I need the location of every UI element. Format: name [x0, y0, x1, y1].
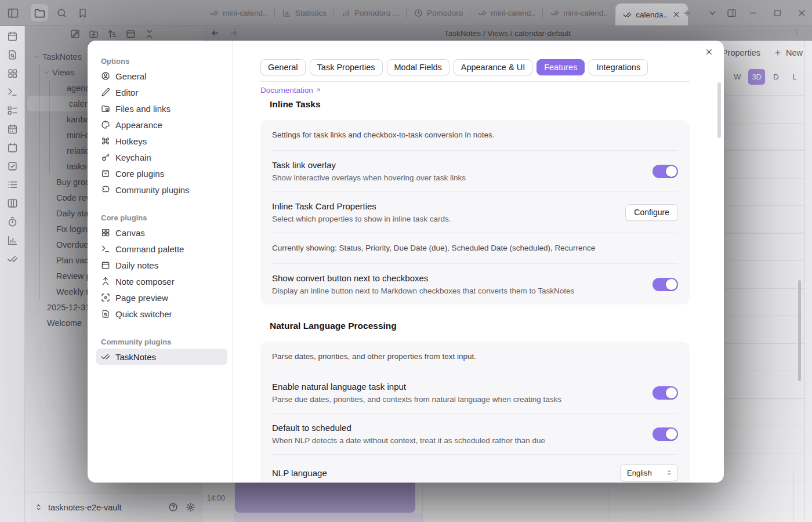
workspace-tab[interactable]: Pomodoro: [407, 0, 470, 26]
file-search-icon[interactable]: [7, 49, 18, 60]
settings-scrollbar[interactable]: [717, 82, 721, 138]
list-icon[interactable]: [7, 179, 18, 190]
settings-nav-item[interactable]: Appearance: [96, 117, 227, 133]
calendar-view-switcher: MW3DDL: [711, 69, 802, 85]
toggle-left-sidebar-icon[interactable]: [7, 7, 19, 19]
settings-nav-item[interactable]: Quick switcher: [96, 306, 227, 322]
settings-tab[interactable]: Appearance & UI: [454, 59, 532, 75]
close-tab-icon[interactable]: [672, 10, 680, 19]
check-square-icon[interactable]: [7, 161, 18, 172]
panel-top-icon[interactable]: [126, 29, 136, 39]
properties-button[interactable]: Properties: [722, 48, 760, 57]
file-name: Code rev: [56, 193, 90, 202]
bar-chart-asc-icon: [342, 9, 350, 17]
settings-nav-item[interactable]: Community plugins: [96, 182, 227, 198]
calendar-scrollbar[interactable]: [798, 280, 801, 381]
settings-nav-item[interactable]: Canvas: [96, 224, 227, 241]
collapse-chevron-icon[interactable]: [43, 69, 50, 76]
obsidian-app: mini-calend... Statistics Pomodoro ... P…: [0, 0, 812, 522]
workspace-tab[interactable]: Statistics: [275, 0, 334, 26]
file-name: Review p: [56, 271, 91, 281]
settings-nav-item[interactable]: Command palette: [96, 241, 227, 257]
vault-switcher[interactable]: tasknotes-e2e-vault: [25, 492, 203, 522]
list-todo-icon[interactable]: [7, 105, 18, 116]
setting-row: Parse dates, priorities, and other prope…: [272, 342, 678, 372]
nav-item-label: Daily notes: [115, 260, 158, 270]
new-note-icon[interactable]: [70, 29, 80, 39]
nav-group-header: Community plugins: [101, 338, 225, 346]
close-icon[interactable]: [705, 48, 713, 56]
settings-nav-item[interactable]: General: [96, 68, 227, 84]
view-tab[interactable]: D: [768, 69, 784, 85]
folder-icon: [34, 7, 46, 19]
calendar-days-icon[interactable]: [7, 124, 18, 135]
calendar-plain-icon[interactable]: [7, 142, 18, 153]
new-button[interactable]: New: [786, 48, 803, 57]
bar-chart-icon[interactable]: [7, 235, 18, 246]
window-minimize-icon[interactable]: [748, 8, 758, 18]
new-tab-icon[interactable]: [682, 8, 692, 18]
file-name: agend: [67, 84, 90, 93]
plus-icon[interactable]: [774, 49, 782, 57]
workspace-tab[interactable]: mini-calend...: [470, 0, 543, 26]
settings-gear-icon[interactable]: [186, 502, 195, 512]
sort-icon[interactable]: [107, 29, 117, 39]
help-icon[interactable]: [168, 502, 178, 512]
check-check-icon[interactable]: [7, 253, 18, 264]
layout-grid-icon[interactable]: [7, 68, 18, 79]
toggle-switch[interactable]: [652, 427, 678, 441]
window-maximize-icon[interactable]: [773, 9, 782, 17]
window-close-icon[interactable]: [797, 8, 807, 18]
columns-icon[interactable]: [7, 198, 18, 209]
nav-item-label: Appearance: [115, 120, 162, 130]
terminal-icon[interactable]: [7, 86, 18, 97]
settings-nav-item[interactable]: Daily notes: [96, 257, 227, 273]
toggle-switch[interactable]: [652, 165, 678, 178]
setting-row: Task link overlay Show interactive overl…: [272, 150, 678, 191]
settings-nav-item[interactable]: Hotkeys: [96, 133, 227, 149]
workspace-tab[interactable]: mini-calend...: [543, 0, 615, 26]
nlp-language-select[interactable]: English: [620, 464, 678, 481]
files-ribbon-button[interactable]: [31, 4, 48, 21]
settings-nav-item[interactable]: Core plugins: [96, 165, 227, 182]
toggle-switch[interactable]: [652, 386, 678, 400]
workspace-tab[interactable]: Pomodoro ...: [334, 0, 407, 26]
grid-vline: [793, 468, 794, 522]
search-icon[interactable]: [56, 8, 67, 19]
settings-nav-item[interactable]: Page preview: [96, 289, 227, 306]
collapse-all-icon[interactable]: [144, 29, 154, 39]
nav-item-label: Core plugins: [115, 169, 164, 179]
settings-nav-item[interactable]: TaskNotes: [96, 349, 227, 365]
more-options-icon[interactable]: [792, 28, 802, 38]
calendar-icon[interactable]: [7, 31, 18, 42]
documentation-link[interactable]: Documentation: [260, 86, 321, 95]
settings-nav-item[interactable]: Keychain: [96, 149, 227, 165]
new-folder-icon[interactable]: [89, 29, 99, 39]
calendar-event[interactable]: [235, 483, 415, 513]
settings-tab[interactable]: Features: [536, 59, 585, 75]
settings-tab[interactable]: Task Properties: [310, 59, 383, 75]
settings-nav-item[interactable]: Editor: [96, 84, 227, 100]
toggle-right-sidebar-icon[interactable]: [727, 8, 737, 18]
tab-list-chevron-icon[interactable]: [708, 8, 717, 18]
view-tab[interactable]: W: [730, 69, 745, 85]
tab-bar: mini-calend... Statistics Pomodoro ... P…: [202, 0, 688, 26]
bookmark-icon[interactable]: [77, 8, 88, 19]
settings-tab[interactable]: Integrations: [589, 59, 648, 75]
timer-icon[interactable]: [7, 216, 18, 227]
workspace-tab[interactable]: mini-calend...: [202, 0, 275, 26]
vault-name: tasknotes-e2e-vault: [48, 503, 168, 512]
toggle-switch[interactable]: [652, 278, 678, 291]
collapse-chevron-icon[interactable]: [33, 53, 40, 60]
settings-tab[interactable]: Modal Fields: [387, 59, 449, 75]
workspace-tab[interactable]: calenda...: [615, 3, 688, 26]
chevrons-up-down-icon: [666, 469, 673, 476]
settings-nav-item[interactable]: Files and links: [96, 100, 227, 117]
settings-tab[interactable]: General: [260, 59, 306, 75]
configure-button[interactable]: Configure: [625, 204, 678, 221]
view-tab[interactable]: L: [787, 69, 802, 85]
view-tab[interactable]: 3D: [748, 69, 765, 85]
file-name: mini-c: [67, 130, 89, 140]
settings-nav-item[interactable]: Note composer: [96, 273, 227, 289]
check-check-icon: [478, 9, 487, 17]
